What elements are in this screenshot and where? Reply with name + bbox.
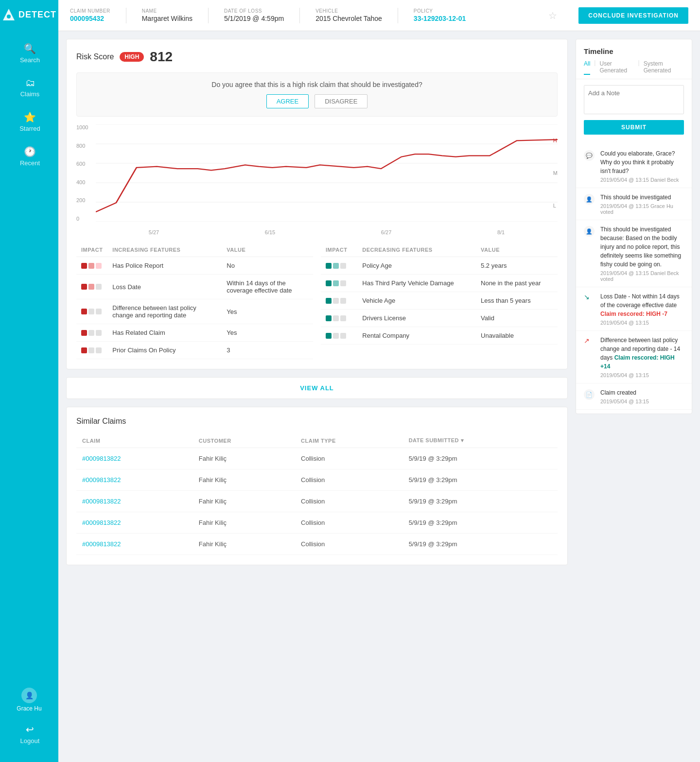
feature-name: Has Police Report bbox=[107, 257, 222, 275]
name-value: Margaret Wilkins bbox=[142, 15, 192, 22]
score-down-icon: ↘ bbox=[584, 293, 590, 301]
note-textarea[interactable] bbox=[584, 85, 684, 114]
timeline-filter-user[interactable]: User Generated bbox=[599, 59, 634, 75]
feature-value: No bbox=[222, 257, 313, 275]
feature-name: Prior Claims On Policy bbox=[107, 342, 222, 359]
vote-icon: 👤 bbox=[584, 194, 595, 205]
timeline-event: 💬 Could you elaborate, Grace? Why do you… bbox=[576, 144, 692, 188]
risk-title: Risk Score bbox=[76, 52, 114, 61]
score-change: Claim rescored: HIGH -7 bbox=[600, 311, 667, 317]
name-field: NAME Margaret Wilkins bbox=[142, 8, 192, 22]
claim-link[interactable]: #0009813822 bbox=[82, 476, 121, 484]
claim-link[interactable]: #0009813822 bbox=[82, 519, 121, 526]
claims-col-customer: CUSTOMER bbox=[193, 433, 295, 448]
event-text: Claim created bbox=[600, 388, 684, 397]
event-text: Difference between last policy change an… bbox=[600, 336, 684, 371]
event-icon: 💬 bbox=[584, 149, 595, 183]
customer-cell: Fahir Kiliç bbox=[193, 534, 295, 555]
event-meta: 2019/05/04 @ 13:15 bbox=[600, 372, 684, 378]
features-grid: IMPACT INCREASING FEATURES VALUE Has Pol… bbox=[76, 243, 558, 359]
claim-link[interactable]: #0009813822 bbox=[82, 455, 121, 462]
chart-y-labels: 1000 800 600 400 200 0 bbox=[76, 124, 88, 222]
claim-number-cell: #0009813822 bbox=[76, 469, 193, 491]
user-profile[interactable]: 👤 Grace Hu bbox=[0, 682, 58, 718]
customer-cell: Fahir Kiliç bbox=[193, 448, 295, 469]
table-row: #0009813822 Fahir Kiliç Collision 5/9/19… bbox=[76, 448, 558, 469]
impact-cell bbox=[76, 257, 107, 275]
policy-label: POLICY bbox=[414, 8, 466, 14]
disagree-button[interactable]: DISAGREE bbox=[315, 94, 368, 108]
event-text: Loss Date - Not within 14 days of the co… bbox=[600, 292, 684, 318]
claim-number-cell: #0009813822 bbox=[76, 512, 193, 534]
type-cell: Collision bbox=[295, 491, 403, 512]
divider-2 bbox=[208, 8, 209, 23]
timeline-event: 📄 Claim created 2019/05/04 @ 13:15 bbox=[576, 383, 692, 410]
comment-icon: 💬 bbox=[584, 150, 595, 161]
divider-1 bbox=[126, 8, 126, 23]
chart-right-labels: H M L bbox=[553, 124, 558, 222]
feature-name: Vehicle Age bbox=[357, 292, 476, 310]
increasing-table: IMPACT INCREASING FEATURES VALUE Has Pol… bbox=[76, 243, 313, 359]
event-icon: ↘ bbox=[584, 292, 595, 326]
event-icon: 📄 bbox=[584, 388, 595, 404]
claim-number-cell: #0009813822 bbox=[76, 534, 193, 555]
feature-value: 5.2 years bbox=[476, 257, 558, 275]
table-row: #0009813822 Fahir Kiliç Collision 5/9/19… bbox=[76, 512, 558, 534]
feature-value: Within 14 days of the coverage effective… bbox=[222, 275, 313, 299]
event-body: Claim created 2019/05/04 @ 13:15 bbox=[600, 388, 684, 404]
table-row: Vehicle Age Less than 5 years bbox=[321, 292, 558, 310]
feature-value: 3 bbox=[222, 342, 313, 359]
user-name: Grace Hu bbox=[17, 705, 41, 712]
claim-link[interactable]: #0009813822 bbox=[82, 540, 121, 548]
date-cell: 5/9/19 @ 3:29pm bbox=[403, 469, 558, 491]
feature-name: Policy Age bbox=[357, 257, 476, 275]
claim-number-cell: #0009813822 bbox=[76, 491, 193, 512]
table-row: Difference between last policy change an… bbox=[76, 299, 313, 324]
submit-note-button[interactable]: SUBMIT bbox=[584, 120, 684, 135]
event-meta: 2019/05/04 @ 13:15 bbox=[600, 398, 684, 404]
event-icon: ↗ bbox=[584, 336, 595, 378]
table-row: Policy Age 5.2 years bbox=[321, 257, 558, 275]
risk-level-badge: HIGH bbox=[120, 52, 144, 62]
conclude-investigation-button[interactable]: CONCLUDE INVESTIGATION bbox=[578, 7, 688, 24]
sidebar-item-search[interactable]: 🔍 Search bbox=[0, 37, 58, 69]
event-text: This should be investigated bbox=[600, 193, 684, 202]
similar-claims-card: Similar Claims CLAIM CUSTOMER CLAIM TYPE… bbox=[66, 407, 568, 565]
event-icon: 👤 bbox=[584, 225, 595, 282]
agree-button[interactable]: AGREE bbox=[266, 94, 309, 108]
sidebar-item-starred[interactable]: ⭐ Starred bbox=[0, 105, 58, 138]
impact-cell bbox=[321, 310, 357, 327]
created-icon: 📄 bbox=[584, 389, 595, 400]
timeline-filter-all[interactable]: All bbox=[584, 59, 590, 75]
sidebar-item-claims[interactable]: 🗂 Claims bbox=[0, 71, 58, 104]
feature-value: Yes bbox=[222, 324, 313, 342]
sidebar-item-recent[interactable]: 🕐 Recent bbox=[0, 140, 58, 173]
feature-value: Valid bbox=[476, 310, 558, 327]
view-all-button[interactable]: VIEW ALL bbox=[66, 377, 568, 399]
timeline-events: 💬 Could you elaborate, Grace? Why do you… bbox=[576, 140, 692, 414]
increasing-features: IMPACT INCREASING FEATURES VALUE Has Pol… bbox=[76, 243, 313, 359]
claim-number-label: CLAIM NUMBER bbox=[70, 8, 110, 14]
sidebar-item-search-label: Search bbox=[20, 56, 40, 64]
event-text: Could you elaborate, Grace? Why do you t… bbox=[600, 149, 684, 175]
sidebar-item-recent-label: Recent bbox=[20, 159, 40, 167]
timeline-event: 👤 This should be investigated because: B… bbox=[576, 220, 692, 287]
table-row: Prior Claims On Policy 3 bbox=[76, 342, 313, 359]
search-icon: 🔍 bbox=[24, 43, 36, 54]
vehicle-field: VEHICLE 2015 Chevrolet Tahoe bbox=[315, 8, 382, 22]
feature-name: Drivers License bbox=[357, 310, 476, 327]
event-body: This should be investigated 2019/05/04 @… bbox=[600, 193, 684, 215]
date-label: DATE OF LOSS bbox=[224, 8, 284, 14]
policy-field: POLICY 33-129203-12-01 bbox=[414, 8, 466, 22]
date-cell: 5/9/19 @ 3:29pm bbox=[403, 534, 558, 555]
logout-button[interactable]: ↩ Logout bbox=[0, 718, 58, 750]
agree-question: Do you agree that this is a high risk cl… bbox=[85, 81, 549, 88]
timeline-filter-system[interactable]: System Generated bbox=[644, 59, 684, 75]
star-button[interactable]: ☆ bbox=[548, 10, 557, 21]
risk-score-value: 812 bbox=[150, 49, 173, 65]
table-row: Has Police Report No bbox=[76, 257, 313, 275]
main-panel: Risk Score HIGH 812 Do you agree that th… bbox=[66, 39, 568, 754]
claim-link[interactable]: #0009813822 bbox=[82, 498, 121, 505]
claim-number-cell: #0009813822 bbox=[76, 448, 193, 469]
table-row: Drivers License Valid bbox=[321, 310, 558, 327]
